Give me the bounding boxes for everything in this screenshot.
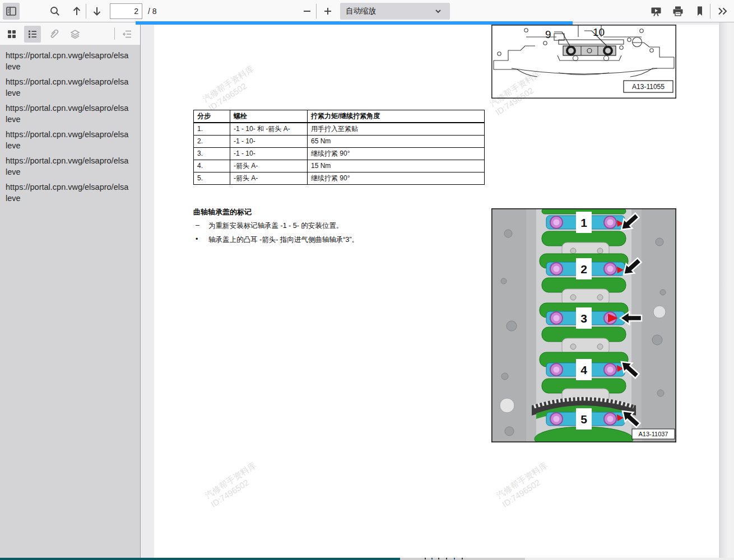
figure-code: A13-11037 bbox=[638, 431, 668, 437]
clipped-text-fragment bbox=[438, 558, 439, 559]
col-header: 拧紧力矩/继续拧紧角度 bbox=[308, 110, 484, 122]
next-page-button[interactable] bbox=[89, 3, 105, 20]
dash-marker: – bbox=[196, 221, 199, 229]
cap-label-5: 5 bbox=[580, 413, 587, 426]
presentation-mode-button[interactable] bbox=[648, 3, 665, 20]
previous-page-button[interactable] bbox=[68, 3, 85, 20]
chevron-down-icon bbox=[434, 7, 442, 15]
sidebar-toggle-icon bbox=[6, 6, 17, 17]
figure-code: A13-11055 bbox=[632, 83, 665, 91]
section-heading: 曲轴轴承盖的标记 bbox=[193, 207, 252, 217]
col-header: 分步 bbox=[194, 110, 230, 122]
more-tools-button[interactable] bbox=[714, 3, 731, 20]
zoom-in-button[interactable] bbox=[319, 3, 336, 20]
bookmark-button[interactable] bbox=[691, 3, 708, 20]
find-button[interactable] bbox=[47, 3, 63, 20]
pdf-toolbar: / 8 自动缩放 bbox=[0, 0, 734, 22]
page-number-input[interactable] bbox=[110, 3, 142, 19]
arrow-down-icon bbox=[91, 6, 103, 17]
presentation-mode-icon bbox=[650, 5, 662, 17]
figure-crankshaft-bearing-caps: 1 2 3 4 5 A13-11037 bbox=[491, 208, 676, 442]
attachments-view-button[interactable] bbox=[45, 26, 62, 43]
outline-link[interactable]: https://portal.cpn.vwg/elsapro/elsa leve bbox=[6, 129, 138, 151]
list-item-bullet: • bbox=[196, 235, 198, 243]
plus-icon bbox=[322, 6, 333, 17]
cell-torque: 用手拧入至紧贴 bbox=[308, 123, 484, 135]
cap-label-4: 4 bbox=[580, 363, 587, 376]
sidebar-toolbar bbox=[0, 22, 140, 45]
bullet-marker: • bbox=[196, 235, 198, 243]
sidebar-toolbar-separator bbox=[114, 27, 115, 40]
cell-bolt: -箭头 A- bbox=[230, 160, 308, 172]
table-row: 4. -箭头 A- 15 Nm bbox=[194, 160, 484, 172]
search-icon bbox=[49, 6, 61, 17]
outline-icon bbox=[27, 29, 38, 40]
bottom-window-edge-light bbox=[525, 558, 734, 560]
toolbar-separator bbox=[316, 4, 317, 18]
current-outline-item-button[interactable] bbox=[119, 26, 136, 43]
print-button[interactable] bbox=[670, 3, 686, 20]
paperclip-icon bbox=[48, 29, 59, 40]
cap-label-1: 1 bbox=[580, 216, 587, 229]
table-row: 1. -1 - 10- 和 -箭头 A- 用手拧入至紧贴 bbox=[194, 123, 484, 136]
cell-torque: 15 Nm bbox=[308, 160, 484, 172]
layers-icon bbox=[69, 29, 81, 40]
layers-view-button[interactable] bbox=[67, 26, 83, 43]
outline-link[interactable]: https://portal.cpn.vwg/elsapro/elsa leve bbox=[6, 77, 138, 99]
outline-link[interactable]: https://portal.cpn.vwg/elsapro/elsa leve bbox=[6, 50, 138, 72]
cell-torque: 65 Nm bbox=[308, 136, 484, 147]
figure-label-9: 9 bbox=[545, 29, 551, 40]
arrow-up-icon bbox=[71, 6, 82, 17]
print-icon bbox=[672, 5, 684, 17]
toolbar-separator bbox=[710, 4, 710, 18]
sidebar-resizer[interactable] bbox=[140, 22, 141, 558]
zoom-select[interactable]: 自动缩放 bbox=[340, 3, 450, 20]
figure-bedplate-bolts: 9 10 A13-11055 bbox=[491, 25, 676, 99]
cell-step: 3. bbox=[194, 148, 230, 160]
cell-step: 1. bbox=[194, 123, 230, 135]
cell-bolt: -1 - 10- bbox=[230, 136, 308, 147]
outline-link[interactable]: https://portal.cpn.vwg/elsapro/elsa leve bbox=[6, 182, 138, 204]
cell-torque: 继续拧紧 90° bbox=[308, 148, 484, 160]
cell-step: 5. bbox=[194, 172, 230, 184]
table-header-row: 分步 螺栓 拧紧力矩/继续拧紧角度 bbox=[194, 110, 484, 123]
outline-panel: https://portal.cpn.vwg/elsapro/elsa leve… bbox=[0, 45, 140, 558]
cell-torque: 继续拧紧 90° bbox=[308, 172, 484, 184]
toolbar-separator bbox=[86, 4, 86, 18]
outline-view-button[interactable] bbox=[24, 26, 41, 43]
cell-bolt: -箭头 A- bbox=[230, 172, 308, 184]
table-row: 3. -1 - 10- 继续拧紧 90° bbox=[194, 148, 484, 160]
col-header: 螺栓 bbox=[230, 110, 308, 122]
double-chevron-right-icon bbox=[717, 5, 729, 17]
loading-progress-bar bbox=[136, 21, 573, 25]
clipped-text-fragment bbox=[446, 558, 447, 559]
cell-step: 4. bbox=[194, 160, 230, 172]
sidebar-toggle-button[interactable] bbox=[3, 3, 20, 20]
figure-label-10: 10 bbox=[593, 26, 605, 38]
clipped-text-fragment bbox=[431, 558, 433, 559]
cell-bolt: -1 - 10- bbox=[230, 148, 308, 160]
clipped-text-fragment bbox=[425, 558, 426, 559]
page-count-label: / 8 bbox=[148, 7, 157, 16]
bookmark-icon bbox=[694, 5, 705, 17]
vertical-scrollbar[interactable] bbox=[719, 22, 734, 558]
thumbnails-view-button[interactable] bbox=[3, 26, 20, 43]
cap-label-2: 2 bbox=[580, 263, 587, 276]
outline-link[interactable]: https://portal.cpn.vwg/elsapro/elsa leve bbox=[6, 156, 138, 178]
outline-link[interactable]: https://portal.cpn.vwg/elsapro/elsa leve bbox=[6, 103, 138, 125]
list-item-dash: – bbox=[196, 221, 199, 229]
list-item-text: 轴承盖上的凸耳 -箭头- 指向进气侧曲轴轴承“3”。 bbox=[208, 235, 359, 245]
cell-bolt: -1 - 10- 和 -箭头 A- bbox=[230, 123, 308, 135]
cap-label-3: 3 bbox=[580, 312, 587, 325]
bottom-window-edge-teal bbox=[0, 558, 400, 560]
zoom-select-label: 自动缩放 bbox=[346, 6, 376, 16]
list-item-text: 为重新安装标记轴承盖 -1 - 5- 的安装位置。 bbox=[208, 221, 343, 231]
table-row: 2. -1 - 10- 65 Nm bbox=[194, 136, 484, 148]
zoom-out-button[interactable] bbox=[299, 3, 315, 20]
clipped-text-fragment bbox=[462, 558, 463, 559]
torque-table: 分步 螺栓 拧紧力矩/继续拧紧角度 1. -1 - 10- 和 -箭头 A- 用… bbox=[193, 110, 485, 185]
clipped-text-fragment bbox=[454, 558, 455, 559]
cell-step: 2. bbox=[194, 136, 230, 147]
table-row: 5. -箭头 A- 继续拧紧 90° bbox=[194, 172, 484, 184]
minus-icon bbox=[301, 6, 313, 17]
